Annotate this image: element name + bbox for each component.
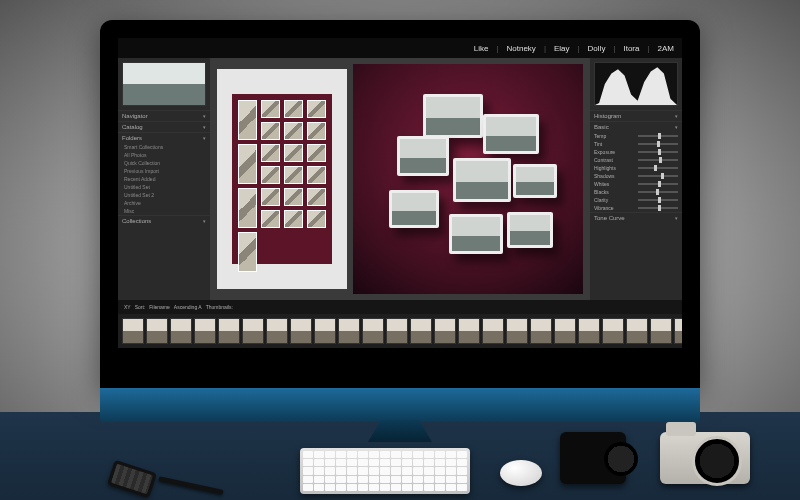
right-panel: Histogram ▾ Basic ▾ TempTintExposureCont… (590, 58, 682, 300)
slider-track[interactable] (638, 191, 678, 193)
slider-track[interactable] (638, 175, 678, 177)
toolbar-item[interactable]: Filename (149, 304, 170, 310)
slider-thumb[interactable] (658, 133, 661, 139)
collage-photo (307, 144, 326, 162)
section-label: Collections (122, 218, 151, 224)
section-catalog[interactable]: Catalog ▾ (118, 121, 210, 132)
filmstrip-thumb[interactable] (242, 318, 264, 344)
filmstrip-thumb[interactable] (386, 318, 408, 344)
collage-photo (307, 166, 326, 184)
histogram[interactable] (594, 62, 678, 106)
filmstrip-thumb[interactable] (314, 318, 336, 344)
filmstrip-thumb[interactable] (434, 318, 456, 344)
section-folders[interactable]: Folders ▾ (118, 132, 210, 143)
subitem[interactable]: Previous Import (118, 167, 210, 175)
collage-photo (284, 210, 303, 228)
slider-track[interactable] (638, 183, 678, 185)
subitem[interactable]: Recent Added (118, 175, 210, 183)
slider-vibrance[interactable]: Vibrance (590, 204, 682, 212)
slider-track[interactable] (638, 143, 678, 145)
filmstrip[interactable] (118, 314, 682, 348)
subitem[interactable]: Archive (118, 199, 210, 207)
filmstrip-thumb[interactable] (650, 318, 672, 344)
filmstrip-thumb[interactable] (410, 318, 432, 344)
subitem[interactable]: Smart Collections (118, 143, 210, 151)
nav-item-5[interactable]: 2AM (658, 44, 674, 53)
slider-thumb[interactable] (659, 157, 662, 163)
slider-highlights[interactable]: Highlights (590, 164, 682, 172)
monitor-chin (100, 388, 700, 422)
filmstrip-thumb[interactable] (506, 318, 528, 344)
slider-tint[interactable]: Tint (590, 140, 682, 148)
filmstrip-thumb[interactable] (602, 318, 624, 344)
slider-contrast[interactable]: Contrast (590, 156, 682, 164)
collage-photo (284, 166, 303, 184)
slider-exposure[interactable]: Exposure (590, 148, 682, 156)
filmstrip-thumb[interactable] (578, 318, 600, 344)
filmstrip-thumb[interactable] (170, 318, 192, 344)
subitem[interactable]: All Photos (118, 151, 210, 159)
filmstrip-thumb[interactable] (674, 318, 682, 344)
document-right[interactable] (353, 64, 583, 294)
photo-frame (449, 214, 503, 254)
collage-photo (284, 122, 303, 140)
subitem[interactable]: Untitled Set (118, 183, 210, 191)
filmstrip-thumb[interactable] (482, 318, 504, 344)
slider-thumb[interactable] (658, 197, 661, 203)
collage-photo (238, 100, 257, 140)
subitem[interactable]: Misc (118, 207, 210, 215)
section-navigator[interactable]: Navigator ▾ (118, 110, 210, 121)
document-left[interactable] (217, 69, 347, 289)
filmstrip-thumb[interactable] (338, 318, 360, 344)
navigator-preview[interactable] (122, 62, 206, 106)
filmstrip-thumb[interactable] (626, 318, 648, 344)
camera-prop-black (560, 432, 626, 484)
slider-track[interactable] (638, 207, 678, 209)
nav-item-4[interactable]: Itora (623, 44, 639, 53)
slider-thumb[interactable] (658, 181, 661, 187)
slider-clarity[interactable]: Clarity (590, 196, 682, 204)
nav-item-2[interactable]: Elay (554, 44, 570, 53)
slider-shadows[interactable]: Shadows (590, 172, 682, 180)
toolbar-item[interactable]: Ascending A (174, 304, 202, 310)
slider-thumb[interactable] (658, 205, 661, 211)
slider-track[interactable] (638, 151, 678, 153)
slider-thumb[interactable] (656, 189, 659, 195)
chevron-down-icon: ▾ (203, 218, 206, 224)
nav-item-3[interactable]: Dolly (588, 44, 606, 53)
filmstrip-thumb[interactable] (530, 318, 552, 344)
filmstrip-thumb[interactable] (362, 318, 384, 344)
section-basic[interactable]: Basic ▾ (590, 121, 682, 132)
slider-track[interactable] (638, 167, 678, 169)
chevron-down-icon: ▾ (203, 135, 206, 141)
slider-track[interactable] (638, 199, 678, 201)
filmstrip-thumb[interactable] (122, 318, 144, 344)
filmstrip-thumb[interactable] (290, 318, 312, 344)
subitem[interactable]: Quick Collection (118, 159, 210, 167)
slider-thumb[interactable] (654, 165, 657, 171)
slider-thumb[interactable] (658, 149, 661, 155)
slider-track[interactable] (638, 159, 678, 161)
nav-item-0[interactable]: Like (474, 44, 489, 53)
filmstrip-thumb[interactable] (554, 318, 576, 344)
filmstrip-thumb[interactable] (146, 318, 168, 344)
collage-photo (307, 188, 326, 206)
filmstrip-thumb[interactable] (218, 318, 240, 344)
section-histogram[interactable]: Histogram ▾ (590, 110, 682, 121)
nav-item-1[interactable]: Notneky (507, 44, 536, 53)
slider-temp[interactable]: Temp (590, 132, 682, 140)
filmstrip-thumb[interactable] (266, 318, 288, 344)
slider-whites[interactable]: Whites (590, 180, 682, 188)
slider-track[interactable] (638, 135, 678, 137)
section-tonecurve[interactable]: Tone Curve ▾ (590, 212, 682, 223)
toolbar-item[interactable]: XY (124, 304, 131, 310)
left-panel: Navigator ▾ Catalog ▾ Folders ▾ Smart Co… (118, 58, 210, 300)
subitem[interactable]: Untitled Set 2 (118, 191, 210, 199)
section-collections[interactable]: Collections ▾ (118, 215, 210, 226)
slider-thumb[interactable] (657, 141, 660, 147)
slider-blacks[interactable]: Blacks (590, 188, 682, 196)
filmstrip-thumb[interactable] (194, 318, 216, 344)
filmstrip-thumb[interactable] (458, 318, 480, 344)
slider-thumb[interactable] (661, 173, 664, 179)
canvas[interactable] (210, 58, 590, 300)
